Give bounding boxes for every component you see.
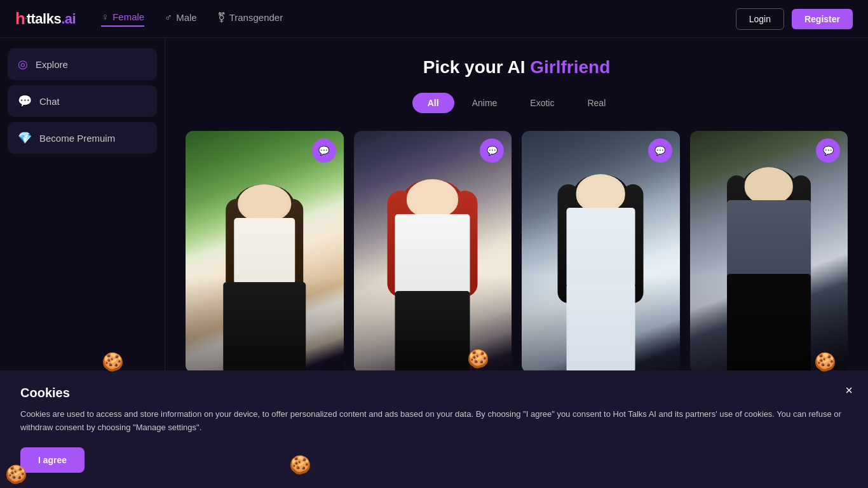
chat-icon: 💬: [18, 94, 32, 108]
sidebar-item-explore-label: Explore: [36, 59, 68, 70]
nav-tab-transgender-label: Transgender: [229, 12, 283, 23]
male-icon: ♂: [165, 12, 172, 24]
card4-chat-button[interactable]: 💬: [816, 139, 840, 163]
logo-talks: ttalks: [27, 11, 61, 27]
register-button[interactable]: Register: [792, 9, 853, 29]
ai-card-2[interactable]: 💬: [354, 131, 512, 372]
filter-tab-real[interactable]: Real: [572, 93, 621, 113]
cookie-banner-body: Cookies are used to access and store inf…: [20, 408, 848, 435]
logo-ai: .ai: [61, 11, 76, 27]
sidebar-item-chat-label: Chat: [39, 96, 60, 107]
explore-icon: ◎: [18, 57, 28, 71]
card2-chat-button[interactable]: 💬: [480, 139, 504, 163]
card1-person: [213, 184, 316, 372]
logo-hot: h: [15, 9, 25, 29]
transgender-icon: ⚧: [217, 11, 226, 24]
nav-tab-female[interactable]: ♀ Female: [101, 11, 144, 27]
card3-person: [547, 174, 654, 372]
filter-tab-anime[interactable]: Anime: [457, 93, 513, 113]
filter-tab-exotic[interactable]: Exotic: [515, 93, 569, 113]
card-grid: 💬 💬: [186, 131, 848, 372]
filter-tab-all[interactable]: All: [412, 93, 454, 113]
chat-bubble-icon-1: 💬: [318, 146, 329, 156]
sidebar-item-chat[interactable]: 💬 Chat: [8, 85, 157, 117]
ai-card-1[interactable]: 💬: [186, 131, 344, 372]
filter-tabs: All Anime Exotic Real: [186, 93, 848, 113]
cookie-agree-button[interactable]: I agree: [20, 447, 85, 473]
logo: h·ttalks.ai: [15, 9, 76, 29]
cookie-banner: 🍪 🍪 🍪 🍪 🍪 Cookies Cookies are used to ac…: [0, 370, 868, 488]
nav-tabs: ♀ Female ♂ Male ⚧ Transgender: [101, 11, 283, 27]
nav-tab-male[interactable]: ♂ Male: [165, 12, 197, 26]
nav-tab-transgender[interactable]: ⚧ Transgender: [217, 11, 283, 26]
header-right: Login Register: [736, 8, 853, 30]
card1-chat-button[interactable]: 💬: [312, 139, 336, 163]
login-button[interactable]: Login: [736, 8, 784, 30]
nav-tab-male-label: Male: [176, 12, 197, 23]
card4-person: [714, 167, 824, 372]
chat-bubble-icon-2: 💬: [487, 146, 498, 156]
chat-bubble-icon-4: 💬: [823, 146, 834, 156]
cookie-banner-title: Cookies: [20, 386, 848, 400]
ai-card-3[interactable]: 💬: [522, 131, 680, 372]
sidebar-item-premium[interactable]: 💎 Become Premuim: [8, 122, 157, 154]
cookie-emoji-3: 🍪: [289, 454, 311, 475]
header-left: h·ttalks.ai ♀ Female ♂ Male ⚧ Transgende…: [15, 9, 283, 29]
card2-person: [379, 179, 486, 372]
sidebar-item-explore[interactable]: ◎ Explore: [8, 48, 157, 80]
cookie-close-button[interactable]: ×: [845, 383, 853, 398]
page-title: Pick your AI Girlfriend: [186, 57, 848, 78]
female-icon: ♀: [101, 11, 109, 23]
diamond-icon: 💎: [18, 131, 32, 145]
card3-chat-button[interactable]: 💬: [648, 139, 672, 163]
nav-tab-female-label: Female: [112, 11, 144, 22]
header: h·ttalks.ai ♀ Female ♂ Male ⚧ Transgende…: [0, 0, 868, 38]
ai-card-4[interactable]: 💬: [690, 131, 848, 372]
chat-bubble-icon-3: 💬: [654, 146, 665, 156]
sidebar-item-premium-label: Become Premuim: [39, 133, 115, 144]
